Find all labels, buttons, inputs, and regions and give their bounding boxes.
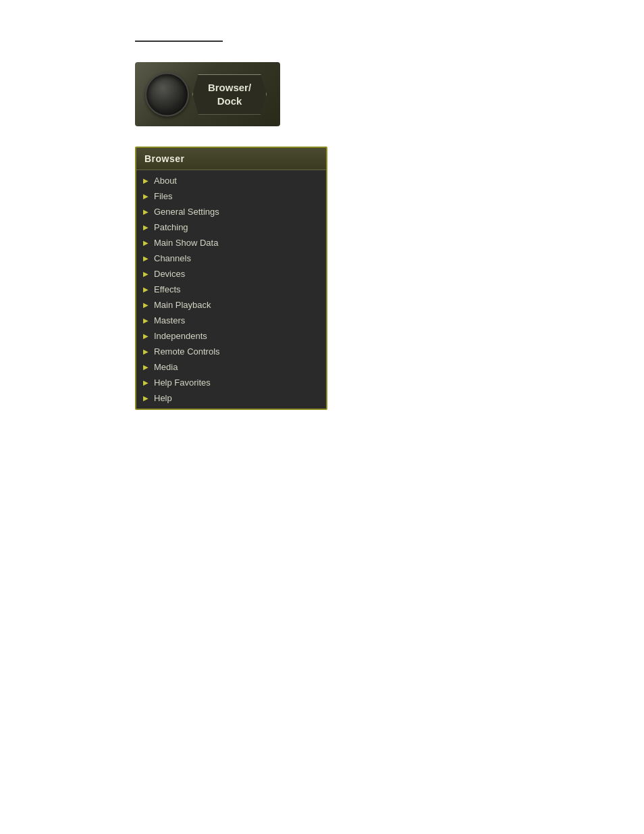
arrow-icon-effects: ▶ xyxy=(143,286,149,293)
browser-item-main-show-data[interactable]: ▶Main Show Data xyxy=(136,235,326,251)
arrow-icon-media: ▶ xyxy=(143,363,149,371)
arrow-icon-help-favorites: ▶ xyxy=(143,379,149,386)
browser-dock-circle-icon xyxy=(145,72,189,116)
item-label-masters: Masters xyxy=(154,315,185,325)
arrow-icon-main-show-data: ▶ xyxy=(143,239,149,246)
arrow-icon-independents: ▶ xyxy=(143,332,149,340)
item-label-independents: Independents xyxy=(154,331,207,341)
browser-dock-label: Browser/ Dock xyxy=(192,74,267,115)
browser-item-remote-controls[interactable]: ▶Remote Controls xyxy=(136,344,326,359)
item-label-channels: Channels xyxy=(154,253,191,263)
browser-panel: Browser ▶About▶Files▶General Settings▶Pa… xyxy=(135,147,327,410)
arrow-icon-devices: ▶ xyxy=(143,270,149,278)
arrow-icon-channels: ▶ xyxy=(143,255,149,262)
browser-item-files[interactable]: ▶Files xyxy=(136,188,326,204)
item-label-patching: Patching xyxy=(154,222,188,232)
browser-dock-button[interactable]: Browser/ Dock xyxy=(135,62,280,126)
item-label-general-settings: General Settings xyxy=(154,207,219,217)
browser-item-about[interactable]: ▶About xyxy=(136,173,326,188)
browser-item-media[interactable]: ▶Media xyxy=(136,359,326,375)
item-label-media: Media xyxy=(154,362,178,372)
browser-panel-header: Browser xyxy=(136,148,326,170)
item-label-main-show-data: Main Show Data xyxy=(154,238,218,248)
browser-item-effects[interactable]: ▶Effects xyxy=(136,282,326,297)
browser-item-general-settings[interactable]: ▶General Settings xyxy=(136,204,326,219)
section-divider xyxy=(135,41,223,42)
arrow-icon-general-settings: ▶ xyxy=(143,208,149,215)
arrow-icon-main-playback: ▶ xyxy=(143,301,149,309)
browser-item-patching[interactable]: ▶Patching xyxy=(136,219,326,235)
arrow-icon-help: ▶ xyxy=(143,394,149,402)
browser-item-masters[interactable]: ▶Masters xyxy=(136,313,326,328)
browser-panel-items: ▶About▶Files▶General Settings▶Patching▶M… xyxy=(136,170,326,409)
arrow-icon-files: ▶ xyxy=(143,192,149,200)
arrow-icon-remote-controls: ▶ xyxy=(143,348,149,355)
browser-item-help[interactable]: ▶Help xyxy=(136,390,326,406)
item-label-help: Help xyxy=(154,393,172,403)
item-label-help-favorites: Help Favorites xyxy=(154,377,211,388)
browser-item-devices[interactable]: ▶Devices xyxy=(136,266,326,282)
arrow-icon-about: ▶ xyxy=(143,177,149,184)
item-label-files: Files xyxy=(154,191,172,201)
arrow-icon-patching: ▶ xyxy=(143,224,149,231)
page-container: Browser/ Dock Browser ▶About▶Files▶Gener… xyxy=(0,0,644,834)
browser-item-independents[interactable]: ▶Independents xyxy=(136,328,326,344)
item-label-remote-controls: Remote Controls xyxy=(154,346,220,357)
item-label-main-playback: Main Playback xyxy=(154,300,211,310)
browser-panel-title: Browser xyxy=(144,153,185,164)
item-label-effects: Effects xyxy=(154,284,181,294)
browser-item-help-favorites[interactable]: ▶Help Favorites xyxy=(136,375,326,390)
item-label-about: About xyxy=(154,176,177,186)
item-label-devices: Devices xyxy=(154,269,185,279)
browser-dock-label-text: Browser/ Dock xyxy=(208,81,251,107)
browser-item-main-playback[interactable]: ▶Main Playback xyxy=(136,297,326,313)
browser-item-channels[interactable]: ▶Channels xyxy=(136,251,326,266)
arrow-icon-masters: ▶ xyxy=(143,317,149,324)
